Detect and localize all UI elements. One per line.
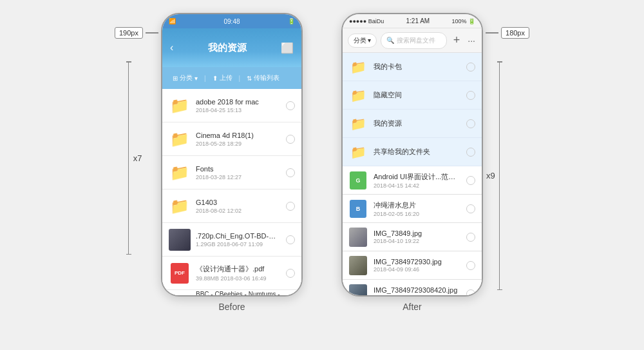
add-button[interactable]: + (451, 34, 463, 47)
search-placeholder: 搜索网盘文件 (397, 36, 435, 45)
file-check-4[interactable] (286, 235, 295, 244)
toolbar-classify[interactable]: ⊞ 分类 ▾ (167, 73, 203, 83)
before-section: 190px x7 (161, 13, 303, 312)
after-file-check-3[interactable] (466, 148, 475, 157)
annotation-x7: x7 (115, 61, 153, 255)
annotation-180px: 180px (486, 27, 529, 39)
after-doc-icon-5: B (349, 200, 367, 218)
after-file-info-1: 隐藏空间 (374, 90, 460, 100)
page: 190px x7 (0, 0, 644, 350)
file-item-0[interactable]: 📁 adobe 2018 for mac 2018-04-25 15:13 (162, 89, 301, 122)
annot-badge-190px: 190px (115, 27, 143, 39)
file-info-4: .720p.Chi_Eng.OT-BD-MP4.mp4 1.29GB 2018-… (196, 232, 281, 248)
after-file-check-0[interactable] (466, 63, 475, 72)
file-check-3[interactable] (286, 202, 295, 211)
file-name-1: Cinema 4d R18(1) (196, 131, 281, 139)
folder-icon-1: 📁 (169, 128, 191, 150)
upload-icon: ⬆ (213, 75, 218, 82)
pdf-icon-5: PDF (169, 262, 191, 284)
grid-icon: ⊞ (173, 75, 178, 82)
x7-label: x7 (133, 153, 142, 163)
after-file-check-5[interactable] (466, 204, 475, 213)
toolbar-transfer[interactable]: ⇅ 传输列表 (242, 73, 285, 83)
file-name-5: 《设计沟通十器》.pdf (196, 264, 281, 274)
file-meta-4: 1.29GB 2018-06-07 11:09 (196, 241, 281, 248)
after-file-meta-4: 2018-04-15 14:42 (374, 182, 460, 189)
file-check-1[interactable] (286, 135, 295, 144)
after-file-info-7: IMG_7384972930.jpg 2018-04-09 09:46 (374, 258, 460, 273)
after-file-item-4[interactable]: G Android UI界面设计...范完整版25学堂 2018-04-15 1… (343, 166, 482, 195)
down-arrow: ▾ (194, 75, 198, 82)
after-file-item-8[interactable]: IMG_73849729308420.jpg 2018.02.05 10:34 (343, 280, 482, 297)
before-phone: 📶 09:48 🔋 ‹ 我的资源 ⬜ (161, 13, 303, 297)
after-section: 180px x9 ●●●●● BaiDu 1:21 (341, 13, 483, 312)
annot-badge-180px: 180px (501, 27, 529, 39)
before-status-bar: 📶 09:48 🔋 (162, 14, 301, 28)
search-input[interactable]: 🔍 搜索网盘文件 (381, 32, 447, 49)
after-file-item-7[interactable]: IMG_7384972930.jpg 2018-04-09 09:46 (343, 251, 482, 280)
battery-icon: 🔋 (288, 18, 295, 24)
after-file-check-2[interactable] (466, 119, 475, 128)
after-file-name-4: Android UI界面设计...范完整版25学堂 (374, 172, 460, 182)
header-title: 我的资源 (173, 42, 281, 54)
video-icon-4 (169, 229, 191, 251)
file-info-3: G1403 2018-08-02 12:02 (196, 199, 281, 214)
file-check-2[interactable] (286, 168, 295, 177)
after-file-item-6[interactable]: IMG_73849.jpg 2018-04-10 19:22 (343, 223, 482, 251)
file-item-3[interactable]: 📁 G1403 2018-08-02 12:02 (162, 190, 301, 223)
after-file-item-1[interactable]: 📁 隐藏空间 (343, 81, 482, 110)
after-file-check-4[interactable] (466, 176, 475, 185)
after-file-check-8[interactable] (466, 289, 475, 297)
folder-icon-0: 📁 (169, 95, 191, 117)
file-item-5[interactable]: PDF 《设计沟通十器》.pdf 39.88MB 2018-03-06 16:4… (162, 257, 301, 290)
after-file-meta-5: 2018-02-05 16:20 (374, 211, 460, 217)
file-check-5[interactable] (286, 269, 295, 278)
wifi-icon: 📶 (169, 18, 176, 24)
after-file-info-6: IMG_73849.jpg 2018-04-10 19:22 (374, 229, 460, 244)
file-info-5: 《设计沟通十器》.pdf 39.88MB 2018-03-06 16:49 (196, 264, 281, 282)
after-file-item-0[interactable]: 📁 我的卡包 (343, 53, 482, 81)
after-label: After (402, 302, 422, 312)
carrier-text: ●●●●● BaiDu (349, 18, 384, 24)
after-search-bar: 分类 ▾ 🔍 搜索网盘文件 + ··· (343, 28, 482, 53)
after-file-check-6[interactable] (466, 233, 475, 242)
after-folder-icon-1: 📁 (349, 86, 367, 104)
file-name-0: adobe 2018 for mac (196, 98, 281, 106)
file-item-2[interactable]: 📁 Fonts 2018-03-28 12:27 (162, 156, 301, 190)
file-item-1[interactable]: 📁 Cinema 4d R18(1) 2018-05-28 18:29 (162, 122, 301, 156)
after-time: 1:21 AM (406, 17, 430, 24)
file-info-1: Cinema 4d R18(1) 2018-05-28 18:29 (196, 131, 281, 147)
toolbar-upload[interactable]: ⬆ 上传 (207, 73, 238, 83)
file-meta-3: 2018-08-02 12:02 (196, 208, 281, 214)
before-phone-wrapper: 190px x7 (161, 13, 303, 297)
file-info-6: BBC - CBeebies - Numtums - Series 3 (201… (196, 290, 281, 297)
category-label: 分类 (354, 36, 366, 45)
before-label: Before (218, 302, 245, 312)
x9-label: x9 (486, 171, 495, 180)
file-item-6[interactable]: T BBC - CBeebies - Numtums - Series 3 (2… (162, 290, 301, 297)
after-file-info-5: 冲绳潜水息片 2018-02-05 16:20 (374, 200, 460, 217)
category-btn[interactable]: 分类 ▾ (348, 34, 377, 48)
file-name-6: BBC - CBeebies - Numtums - Series 3 (201… (196, 290, 281, 297)
txt-icon-6: T (169, 296, 191, 297)
after-file-item-5[interactable]: B 冲绳潜水息片 2018-02-05 16:20 (343, 195, 482, 223)
before-time: 09:48 (223, 18, 240, 25)
phones-row: 190px x7 (161, 13, 483, 344)
after-file-meta-6: 2018-04-10 19:22 (374, 238, 460, 244)
file-meta-5: 39.88MB 2018-03-06 16:49 (196, 275, 281, 282)
file-item-4[interactable]: .720p.Chi_Eng.OT-BD-MP4.mp4 1.29GB 2018-… (162, 223, 301, 257)
after-folder-icon-3: 📁 (349, 143, 367, 161)
file-name-2: Fonts (196, 165, 281, 173)
after-file-check-7[interactable] (466, 261, 475, 270)
after-file-name-6: IMG_73849.jpg (374, 229, 460, 237)
header-action-icon[interactable]: ⬜ (281, 42, 294, 54)
after-img-icon-7 (349, 257, 367, 275)
after-file-item-3[interactable]: 📁 共享给我的文件夹 (343, 138, 482, 166)
after-file-name-8: IMG_73849729308420.jpg (374, 286, 460, 294)
after-file-item-2[interactable]: 📁 我的资源 (343, 110, 482, 138)
folder-icon-3: 📁 (169, 195, 191, 217)
menu-button[interactable]: ··· (466, 35, 477, 46)
file-name-3: G1403 (196, 199, 281, 206)
after-file-check-1[interactable] (466, 91, 475, 100)
file-check-0[interactable] (286, 101, 295, 110)
